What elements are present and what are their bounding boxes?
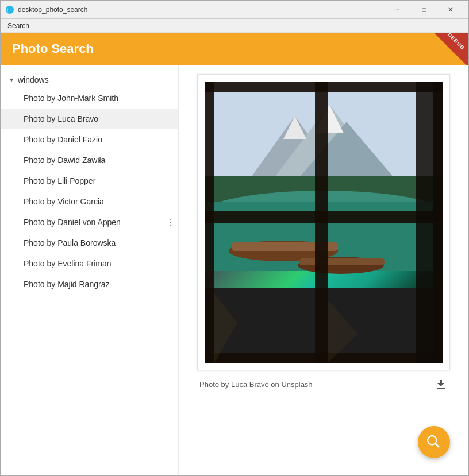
photo-list-item[interactable]: Photo by Dawid Zawiła [1,150,178,171]
photo-item-label: Photo by Paula Borowska [24,238,116,247]
photo-item-label: Photo by John-Mark Smith [24,94,118,103]
main-content: ▾ windows Photo by John-Mark SmithPhoto … [1,65,468,476]
debug-badge: DEBUG [434,33,468,65]
debug-badge-text: DEBUG [447,33,466,51]
category-header-windows[interactable]: ▾ windows [1,72,178,88]
credit-prefix: Photo by [199,380,231,389]
photo-list: Photo by John-Mark SmithPhoto by Luca Br… [1,88,178,295]
photo-item-label: Photo by Victor Garcia [24,197,104,206]
chevron-down-icon: ▾ [10,76,13,84]
photo-list-item[interactable]: Photo by John-Mark Smith [1,88,178,109]
photo-list-item[interactable]: Photo by Victor Garcia [1,191,178,212]
window-controls: − □ ✕ [385,1,464,19]
svg-rect-23 [416,82,443,363]
search-fab-button[interactable] [418,426,450,458]
app-icon: i [5,5,14,14]
svg-rect-21 [205,211,443,223]
photo-item-label: Photo by Dawid Zawiła [24,156,105,165]
menu-item-search[interactable]: Search [5,22,32,30]
menu-bar: Search [1,19,468,33]
photo-item-label: Photo by Daniel von Appen [24,218,121,227]
credit-mid: on [269,380,282,389]
svg-rect-22 [205,353,443,363]
svg-rect-15 [299,258,385,265]
title-bar: i desktop_photo_search − □ ✕ [1,1,468,19]
svg-text:i: i [7,7,8,13]
photo-item-label: Photo by Lili Popper [24,176,95,185]
photo-item-label: Photo by Daniel Fazio [24,135,102,144]
credit-platform-link[interactable]: Unsplash [281,380,312,389]
photo-credit-bar: Photo by Luca Bravo on Unsplash [197,377,450,391]
sidebar: ▾ windows Photo by John-Mark SmithPhoto … [1,65,179,476]
photo-list-item[interactable]: Photo by Daniel Fazio [1,129,178,150]
photo-area: Photo by Luca Bravo on Unsplash [179,65,468,476]
credit-author-link[interactable]: Luca Bravo [231,380,269,389]
app-header-title: Photo Search [12,41,94,56]
photo-list-item[interactable]: Photo by Paula Borowska [1,233,178,253]
minimize-button[interactable]: − [385,1,411,19]
drag-handle-icon [170,219,171,226]
photo-item-label: Photo by Luca Bravo [24,114,98,123]
photo-item-label: Photo by Majid Rangraz [24,280,109,289]
download-button[interactable] [434,377,448,391]
app-header: Photo Search DEBUG [1,33,468,65]
maximize-button[interactable]: □ [411,1,437,19]
photo-list-item[interactable]: Photo by Daniel von Appen [1,212,178,233]
svg-rect-20 [205,82,443,92]
app-title: desktop_photo_search [18,6,385,14]
close-button[interactable]: ✕ [437,1,464,19]
photo-list-item[interactable]: Photo by Evelina Friman [1,253,178,274]
photo-image [205,82,443,363]
photo-frame [197,74,450,370]
photo-list-item[interactable]: Photo by Lili Popper [1,171,178,191]
photo-list-item[interactable]: Photo by Majid Rangraz [1,274,178,295]
photo-item-label: Photo by Evelina Friman [24,259,112,268]
photo-list-item[interactable]: Photo by Luca Bravo [1,109,178,129]
category-label: windows [18,75,49,84]
photo-credit-text: Photo by Luca Bravo on Unsplash [199,380,313,389]
